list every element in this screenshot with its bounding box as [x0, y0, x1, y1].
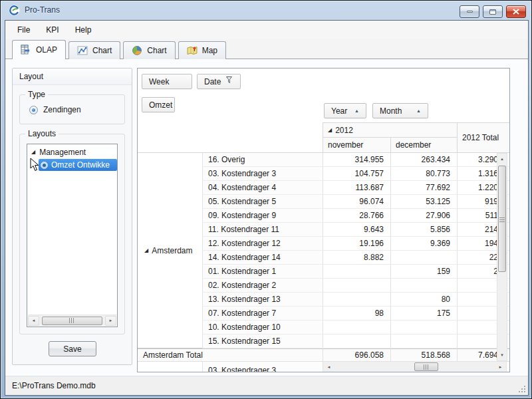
cell-value[interactable] [390, 251, 457, 265]
tree-scroll-thumb[interactable] [42, 317, 102, 325]
tree-node-management[interactable]: ◢ Management [27, 144, 117, 158]
cell-value[interactable]: 80 [390, 293, 457, 307]
clipped-next-row-label[interactable]: 03. Kostendrager 3 [202, 362, 323, 372]
row-label[interactable]: 11. Kostendrager 11 [202, 223, 323, 237]
layout-radio-icon[interactable] [41, 162, 48, 169]
zendingen-radio-label: Zendingen [43, 105, 81, 114]
title-bar[interactable]: Pro-Trans [1, 1, 531, 20]
cell-value[interactable]: 175 [390, 307, 457, 321]
row-label[interactable]: 05. Kostendrager 5 [202, 195, 323, 209]
cell-value[interactable] [323, 334, 390, 348]
menu-kpi[interactable]: KPI [38, 23, 66, 37]
grid-vscroll-thumb[interactable] [498, 166, 506, 272]
expander-icon[interactable]: ◢ [31, 150, 35, 155]
cell-value[interactable] [390, 334, 457, 348]
november-label: november [328, 140, 363, 150]
tree-horizontal-scrollbar[interactable]: ◄ ► [28, 315, 116, 326]
grid-vertical-scrollbar[interactable]: ▲ ▼ [497, 153, 507, 361]
row-label[interactable]: 16. Overig [202, 153, 323, 167]
row-label[interactable]: 15. Kostendrager 15 [202, 334, 323, 348]
row-label[interactable]: 13. Kostendrager 13 [202, 293, 323, 307]
resize-grip[interactable] [518, 385, 527, 394]
year-field-button[interactable]: Year ▲ [324, 103, 366, 118]
scroll-left-arrow[interactable]: ◄ [28, 316, 39, 326]
scroll-right-arrow[interactable]: ► [105, 316, 116, 326]
column-header-2012-total[interactable]: 2012 Total [457, 122, 510, 153]
cell-value[interactable] [390, 279, 457, 293]
cell-value[interactable]: 263.434 [390, 153, 457, 167]
week-field-button[interactable]: Week [142, 74, 192, 89]
row-label[interactable]: 02. Kostendrager 2 [202, 279, 323, 293]
row-label[interactable]: 10. Kostendrager 10 [202, 321, 323, 334]
row-label[interactable]: 01. Kostendrager 1 [202, 265, 323, 279]
row-label[interactable]: 12. Kostendrager 12 [202, 237, 323, 251]
cell-value[interactable]: 53.125 [390, 195, 457, 209]
tab-map[interactable]: Map [178, 41, 226, 59]
cell-value[interactable]: 98 [323, 307, 390, 321]
column-group-2012[interactable]: ◢ 2012 [323, 122, 457, 138]
scroll-right-arrow[interactable]: ► [495, 362, 506, 372]
minimize-button[interactable] [460, 5, 479, 18]
menu-bar: File KPI Help [5, 21, 528, 39]
cell-value[interactable] [323, 293, 390, 307]
cell-value[interactable]: 9.369 [390, 237, 457, 251]
omzet-data-field-button[interactable]: Omzet [142, 97, 175, 112]
tab-pie-chart[interactable]: Chart [123, 41, 175, 59]
cell-value[interactable] [390, 321, 457, 334]
row-group-amsterdam[interactable]: ◢ Amsterdam [138, 153, 202, 348]
maximize-button[interactable] [483, 5, 503, 18]
grid-hscroll-thumb[interactable] [414, 362, 438, 371]
row-label[interactable]: 14. Kostendrager 14 [202, 251, 323, 265]
scroll-up-arrow[interactable]: ▲ [498, 154, 506, 164]
grid-horizontal-scrollbar[interactable]: ◄ ► [323, 361, 507, 372]
total-cell-value[interactable]: 696.058 [323, 348, 390, 362]
cell-value[interactable]: 96.074 [323, 195, 390, 209]
sort-asc-icon: ▲ [354, 108, 359, 113]
menu-file[interactable]: File [9, 23, 38, 37]
cell-value[interactable]: 27.906 [390, 209, 457, 223]
pivot-grid: ◢ 2012 2012 Total november december ◢ Am… [138, 122, 510, 372]
cell-value[interactable]: 77.692 [390, 181, 457, 195]
scroll-down-arrow[interactable]: ▼ [498, 350, 506, 360]
collapse-icon[interactable]: ◢ [328, 128, 332, 133]
cell-value[interactable] [323, 265, 390, 279]
row-label[interactable]: 03. Kostendrager 3 [202, 167, 323, 181]
cell-value[interactable]: 9.643 [323, 223, 390, 237]
close-button[interactable] [506, 5, 526, 18]
cell-value[interactable]: 159 [390, 265, 457, 279]
row-label[interactable]: 07. Kostendrager 7 [202, 307, 323, 321]
cell-value[interactable]: 8.882 [323, 251, 390, 265]
tree-node-omzet-selected[interactable]: Omzet Ontwikke [39, 159, 117, 171]
layout-panel-title: Layout [13, 68, 132, 85]
year-field-label: Year [331, 106, 347, 116]
month-field-button[interactable]: Month ▲ [372, 103, 428, 118]
row-label[interactable]: 04. Kostendrager 4 [202, 181, 323, 195]
column-header-december[interactable]: december [390, 138, 457, 153]
grid-corner [138, 122, 323, 153]
tab-line-chart[interactable]: Chart [68, 41, 120, 59]
menu-help[interactable]: Help [67, 23, 100, 37]
total-cell-value[interactable]: 518.568 [390, 348, 457, 362]
zendingen-radio-row[interactable]: Zendingen [20, 95, 124, 124]
tab-olap[interactable]: OLAP [12, 40, 66, 59]
filter-icon[interactable] [226, 76, 232, 84]
cell-value[interactable]: 80.773 [390, 167, 457, 181]
save-button[interactable]: Save [49, 341, 96, 356]
cell-value[interactable]: 113.687 [323, 181, 390, 195]
cell-value[interactable]: 314.955 [323, 153, 390, 167]
date-field-button[interactable]: Date [197, 74, 241, 89]
amsterdam-total-label[interactable]: Amsterdam Total [138, 348, 323, 362]
cell-value[interactable]: 104.757 [323, 167, 390, 181]
cell-value[interactable]: 19.196 [323, 237, 390, 251]
cell-value[interactable] [323, 321, 390, 334]
row-label[interactable]: 09. Kostendrager 9 [202, 209, 323, 223]
radio-selected-icon[interactable] [29, 106, 38, 114]
cell-value[interactable]: 28.766 [323, 209, 390, 223]
cell-value[interactable]: 5.856 [390, 223, 457, 237]
tab-chart2-label: Chart [147, 46, 166, 55]
column-header-november[interactable]: november [323, 138, 390, 153]
collapse-icon[interactable]: ◢ [144, 248, 148, 253]
minimize-icon [467, 11, 473, 13]
cell-value[interactable] [323, 279, 390, 293]
scroll-left-arrow[interactable]: ◄ [323, 362, 334, 372]
